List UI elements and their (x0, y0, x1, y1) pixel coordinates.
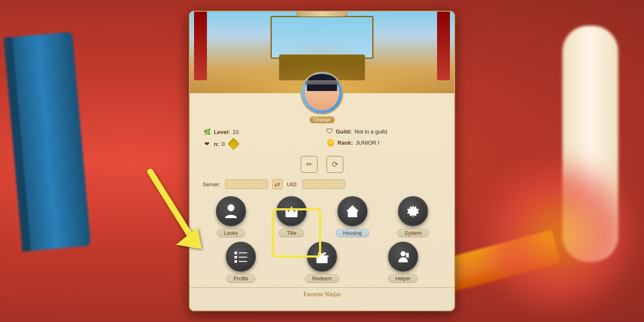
guild-icon: 🛡 (326, 128, 333, 135)
health-gem-icon (227, 138, 239, 150)
svg-rect-8 (234, 260, 237, 263)
avatar-change-label[interactable]: Change (310, 116, 335, 123)
rank-row: 🪙 Rank: JUNIOR Ⅰ (326, 139, 441, 147)
menu-item-system[interactable]: System (385, 196, 442, 237)
avatar-eye-right (328, 88, 332, 91)
avatar-eye-left (312, 88, 316, 91)
scene-banner-right (437, 12, 450, 80)
level-row: 🌿 Level: 10 (203, 128, 318, 136)
server-uid-row: Server: ⇄ UID: (190, 176, 454, 192)
health-icon: ❤ (203, 140, 211, 148)
favorite-ninjas-section: Favorite Ninjas (190, 287, 454, 301)
profile-icon-circle (226, 242, 256, 272)
looks-label: Looks (217, 229, 245, 237)
housing-icon-circle (337, 196, 368, 226)
menu-item-profile[interactable]: Profile (226, 242, 256, 283)
housing-home-icon (345, 204, 360, 218)
stats-right: 🛡 Guild: Not in a guild 🪙 Rank: JUNIOR Ⅰ (326, 128, 441, 148)
profile-list-icon (234, 250, 248, 264)
svg-rect-4 (234, 252, 237, 254)
svg-rect-2 (350, 213, 354, 217)
avatar-area: Change (190, 72, 454, 115)
housing-label: Housing (336, 229, 369, 237)
rank-label: Rank: (337, 140, 353, 146)
system-label: System (397, 229, 429, 237)
guild-label: Guild: (336, 128, 352, 135)
rank-value: JUNIOR Ⅰ (355, 140, 380, 146)
svg-rect-9 (239, 261, 247, 262)
menu-item-looks[interactable]: Looks (203, 196, 259, 237)
level-icon: 🌿 (203, 128, 211, 136)
health-label: n: (214, 141, 219, 147)
uid-value-field (302, 179, 345, 189)
profile-label: Profile (226, 274, 255, 283)
menu-grid-row1: Looks Title Housing (190, 192, 454, 242)
shuffle-button[interactable]: ⇄ (272, 179, 283, 189)
system-gear-icon (406, 204, 420, 219)
svg-rect-6 (234, 256, 237, 258)
scene-banner-left (194, 12, 207, 80)
menu-item-redeem[interactable]: Redeem (305, 242, 339, 283)
svg-rect-12 (320, 254, 324, 263)
helper-person-icon (396, 249, 410, 264)
avatar-wrapper: Change (301, 72, 343, 115)
menu-grid-row2: Profile Redeem (190, 242, 454, 287)
menu-item-helper[interactable]: Helper (388, 242, 418, 283)
favorite-ninjas-label: Favorite Ninjas (304, 291, 341, 298)
svg-rect-5 (239, 252, 247, 253)
refresh-button[interactable]: ⟳ (326, 156, 343, 173)
panel-top-ornament (296, 11, 348, 17)
server-value-field (225, 179, 268, 189)
level-label: Level: (214, 129, 230, 135)
uid-label: UID: (287, 181, 298, 188)
edit-button[interactable]: ✏ (301, 156, 318, 173)
looks-icon (224, 204, 238, 219)
system-icon-circle (398, 196, 428, 226)
redeem-gift-icon (315, 249, 329, 264)
title-icon-circle (276, 196, 307, 226)
bg-fireball-effect (472, 150, 644, 322)
menu-item-title[interactable]: Title (264, 196, 320, 237)
action-icons-row: ✏ ⟳ (190, 152, 454, 176)
redeem-icon-circle (307, 242, 337, 272)
svg-point-13 (401, 251, 406, 256)
guild-value: Not in a guild (355, 128, 387, 135)
title-label: Title (279, 229, 304, 237)
stats-left: 🌿 Level: 10 ❤ n: 0 (203, 128, 318, 148)
menu-item-housing[interactable]: Housing (324, 196, 381, 237)
avatar (301, 72, 343, 115)
server-label: Server: (203, 181, 221, 188)
looks-icon-circle (216, 196, 246, 226)
title-crown-icon (284, 204, 299, 218)
rank-icon: 🪙 (326, 139, 335, 147)
health-row: ❤ n: 0 (203, 140, 318, 148)
svg-rect-1 (286, 216, 298, 217)
helper-icon-circle (388, 242, 418, 272)
guild-row: 🛡 Guild: Not in a guild (326, 128, 441, 135)
redeem-label: Redeem (305, 274, 339, 283)
level-value: 10 (233, 129, 239, 135)
main-panel: Change 🌿 Level: 10 ❤ n: 0 🛡 Guild: (189, 11, 455, 311)
health-value: 0 (222, 141, 225, 147)
avatar-headband (305, 80, 339, 85)
avatar-face (305, 76, 339, 110)
helper-label: Helper (388, 274, 418, 283)
svg-rect-7 (239, 257, 247, 258)
svg-point-0 (228, 204, 234, 211)
